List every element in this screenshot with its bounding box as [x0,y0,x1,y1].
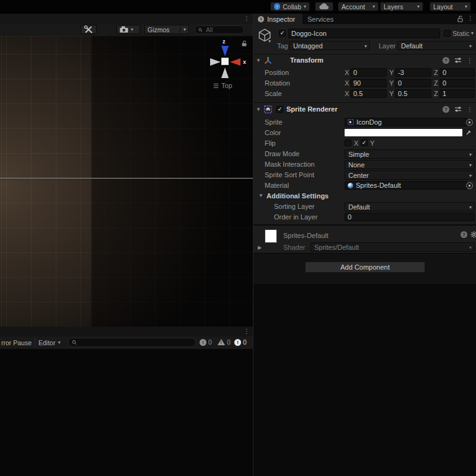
gizmo-center-cube[interactable] [221,58,229,65]
foldout-arrow-icon[interactable]: ▼ [256,107,261,112]
rotation-x-field[interactable]: 90 [350,79,387,87]
help-icon[interactable]: ? [443,106,449,113]
foldout-arrow-icon[interactable]: ▼ [258,193,263,198]
console-info-icon: ! [200,339,206,346]
gizmo-down-cone[interactable] [221,68,229,78]
help-icon[interactable]: ? [461,231,467,238]
console-search[interactable] [68,338,196,347]
inspector-tabbar: i Inspector Services ⋮ [253,14,476,24]
additional-settings-label: Additional Settings [267,192,328,200]
position-x-field[interactable]: 0 [350,68,387,77]
gear-icon[interactable] [470,231,476,238]
info-count-toggle[interactable]: ! 0 [200,338,212,346]
position-y-field[interactable]: -3 [395,68,431,77]
component-menu-kebab-icon[interactable]: ⋮ [467,106,473,113]
rotation-z-field[interactable]: 0 [439,79,475,87]
presets-icon[interactable] [454,56,462,64]
gizmos-dropdown[interactable]: Gizmos ▾ [144,25,189,34]
lock-icon[interactable] [457,15,464,22]
sprite-sort-point-dropdown[interactable]: Center ▾ [345,170,475,180]
sorting-layer-row: Sorting Layer Default ▾ [253,201,476,211]
layer-dropdown[interactable]: Default ▾ [397,41,475,50]
tag-dropdown[interactable]: Untagged ▾ [289,41,370,50]
account-dropdown[interactable]: Account ▾ [338,2,379,11]
foldout-arrow-icon[interactable]: ▶ [258,245,262,250]
inspector-menu-kebab-icon[interactable]: ⋮ [467,15,474,22]
eyedropper-button[interactable] [464,128,474,136]
draw-mode-dropdown[interactable]: Simple ▾ [345,149,475,159]
scale-z-field[interactable]: 1 [439,89,475,98]
tab-inspector[interactable]: i Inspector [253,14,302,24]
foldout-arrow-icon[interactable]: ▼ [256,58,261,63]
sorting-layer-dropdown[interactable]: Default ▾ [345,202,475,211]
object-picker-icon[interactable] [466,182,473,189]
transform-header[interactable]: ▼ Transform ? ⋮ [253,55,476,66]
material-footer-title: Sprites-Default [283,232,328,239]
static-checkbox[interactable] [444,30,451,37]
console-log-area[interactable] [0,349,253,476]
gameobject-enabled-checkbox[interactable]: ✓ [279,30,286,37]
help-icon[interactable]: ? [443,57,449,64]
component-menu-kebab-icon[interactable]: ⋮ [467,57,473,64]
axis-y-label: Y [389,69,394,76]
sprite-renderer-header[interactable]: ▼ ✓ Sprite Renderer ? ⋮ [253,104,476,115]
order-in-layer-field[interactable]: 0 [345,213,475,221]
error-pause-button[interactable]: rror Pause [1,338,32,348]
mask-interaction-dropdown[interactable]: None ▾ [345,160,475,169]
tab-services[interactable]: Services [307,15,333,23]
color-row: Color [253,128,476,138]
sprite-renderer-enabled-checkbox[interactable]: ✓ [276,106,283,113]
presets-icon[interactable] [454,105,462,113]
layers-dropdown[interactable]: Layers ▾ [380,2,423,11]
camera-icon [120,26,129,33]
add-component-button[interactable]: Add Component [305,262,425,273]
layer-label: Layer [379,42,396,50]
scene-menu-kebab-icon[interactable]: ⋮ [244,15,250,22]
scene-search-input[interactable] [205,26,240,34]
flip-label: Flip [265,139,276,147]
layout-dropdown[interactable]: Layout ▾ [430,2,471,11]
error-count-toggle[interactable]: ! 0 [234,338,247,346]
gizmo-z-cone[interactable] [221,46,229,56]
editor-dropdown[interactable]: Editor ▾ [38,338,60,348]
object-picker-icon[interactable] [466,119,473,126]
gameobject-name-field[interactable]: Doggo-Icon [288,29,440,38]
scene-search[interactable] [195,25,244,34]
material-object-field[interactable]: Sprites-Default [345,181,467,190]
eyedropper-icon [466,130,472,135]
material-preview-thumbnail [265,229,277,243]
sprite-object-field[interactable]: IconDog [345,118,467,126]
position-z-field[interactable]: 0 [439,68,475,77]
scene-camera-button[interactable]: ▾ [117,25,140,34]
main-toolbar: ↑ Collab ▾ Account ▾ Layers ▾ Layout ▾ [0,0,476,14]
flip-x-checkbox[interactable] [345,139,351,146]
flip-y-checkbox[interactable]: ✓ [361,139,368,146]
scene-viewport[interactable]: z x ☰ Top [0,36,253,327]
collab-button[interactable]: ↑ Collab ▾ [270,2,310,11]
chevron-down-icon: ▾ [469,205,472,210]
color-swatch[interactable] [345,129,462,136]
scale-y-field[interactable]: 0.5 [395,89,431,98]
console-menu-kebab-icon[interactable]: ⋮ [244,328,250,335]
additional-settings-row[interactable]: ▼ Additional Settings [253,191,476,201]
gizmo-left-cone[interactable] [210,58,221,66]
scale-x-field[interactable]: 0.5 [350,89,387,98]
warning-count-toggle[interactable]: ! 0 [218,338,231,346]
material-preview-header[interactable]: Sprites-Default ? ▶ Shader Sprites/Defau… [253,226,476,253]
gameobject-icon-caret[interactable]: ▾ [268,39,271,44]
gizmo-x-cone[interactable] [230,58,240,66]
gizmo-lock-icon[interactable] [241,40,247,46]
scene-toolbar: ▾ Gizmos ▾ [0,24,253,37]
shader-dropdown[interactable]: Sprites/Default ▾ [311,242,475,252]
rotation-y-field[interactable]: 0 [395,79,431,87]
console-toolbar: rror Pause Editor ▾ ! 0 ! 0 [0,337,253,350]
static-caret[interactable]: ▾ [471,31,474,36]
order-in-layer-row: Order in Layer 0 [253,212,476,222]
cloud-services-button[interactable] [315,2,333,11]
axis-z-label: Z [434,90,438,97]
console-search-input[interactable] [79,338,192,346]
chevron-down-icon: ▾ [469,44,472,49]
scene-tools-button[interactable] [81,25,97,34]
gizmo-view-menu[interactable]: ☰ Top [213,82,232,89]
account-label: Account [342,3,365,11]
